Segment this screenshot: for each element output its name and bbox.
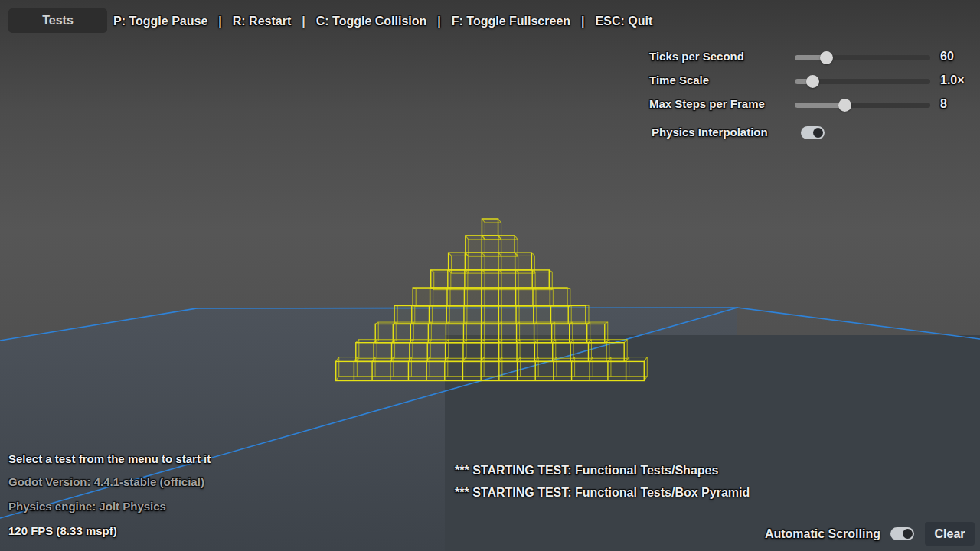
shortcut-separator: | [302, 15, 305, 28]
log-line: *** STARTING TEST: Functional Tests/Shap… [455, 464, 718, 478]
app-window: Tests P: Toggle Pause|R: Restart|C: Togg… [0, 0, 980, 551]
tests-menu-button[interactable]: Tests [8, 8, 107, 33]
physics-interpolation-toggle[interactable] [801, 126, 825, 139]
autoscroll-toggle[interactable] [890, 527, 914, 540]
slider-value: 60 [940, 50, 954, 64]
shortcut-separator: | [581, 15, 584, 28]
physics-interpolation-label: Physics Interpolation [652, 126, 768, 139]
header-shortcuts: P: Toggle Pause|R: Restart|C: Toggle Col… [113, 15, 652, 28]
shortcut-separator: | [437, 15, 440, 28]
slider-handle[interactable] [820, 51, 833, 64]
info-line: 120 FPS (8.33 mspf) [8, 524, 117, 537]
slider-track[interactable] [795, 103, 930, 108]
log-line: *** STARTING TEST: Functional Tests/Box … [455, 486, 750, 500]
pyramid-row [431, 270, 553, 290]
slider-label: Time Scale [649, 73, 709, 86]
pyramid-row [356, 340, 627, 362]
toggle-knob [903, 529, 913, 539]
shortcut-hint: F: Toggle Fullscreen [452, 15, 570, 28]
clear-log-button[interactable]: Clear [925, 522, 975, 546]
info-line: Physics engine: Jolt Physics [8, 500, 166, 513]
shortcut-separator: | [218, 15, 221, 28]
toggle-knob [813, 128, 823, 138]
slider-handle[interactable] [806, 75, 819, 88]
slider-label: Ticks per Second [649, 50, 744, 63]
slider-handle[interactable] [838, 99, 851, 112]
info-line: Select a test from the menu to start it [8, 452, 211, 465]
shortcut-hint: P: Toggle Pause [113, 15, 207, 28]
shortcut-hint: ESC: Quit [596, 15, 653, 28]
slider-value: 1.0× [940, 73, 965, 87]
shortcut-hint: C: Toggle Collision [316, 15, 427, 28]
slider-fill [795, 103, 844, 108]
pyramid-row [394, 305, 589, 324]
slider-label: Max Steps per Frame [649, 97, 765, 110]
shortcut-hint: R: Restart [233, 15, 291, 28]
slider-track[interactable] [795, 79, 930, 84]
slider-track[interactable] [795, 55, 930, 60]
pyramid-row [413, 288, 570, 306]
slider-value: 8 [940, 97, 947, 111]
autoscroll-label: Automatic Scrolling [765, 527, 880, 541]
info-line: Godot Version: 4.4.1-stable (official) [8, 475, 204, 488]
